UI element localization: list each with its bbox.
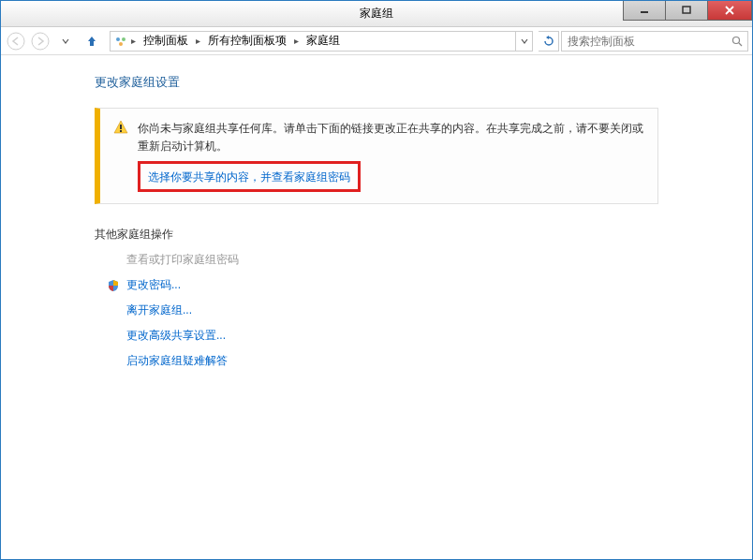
search-icon[interactable]	[727, 36, 747, 47]
up-icon	[85, 35, 98, 48]
svg-rect-0	[641, 11, 648, 13]
svg-point-2	[7, 33, 24, 50]
search-input[interactable]	[562, 35, 727, 48]
action-list: 查看或打印家庭组密码 更改密码... 离开家庭组... 更改高级共享设置... …	[95, 252, 658, 369]
svg-rect-1	[683, 7, 690, 13]
svg-point-6	[119, 42, 123, 46]
window: 家庭组 ▸	[0, 0, 753, 560]
breadcrumb[interactable]: ▸ 控制面板 ▸ 所有控制面板项 ▸ 家庭组	[110, 31, 533, 52]
maximize-button[interactable]	[665, 1, 708, 21]
maximize-icon	[682, 6, 691, 15]
homegroup-icon	[112, 35, 129, 48]
back-button[interactable]	[5, 30, 27, 52]
warning-icon	[113, 120, 128, 192]
history-dropdown[interactable]	[53, 29, 78, 53]
action-advanced-sharing[interactable]: 更改高级共享设置...	[106, 328, 658, 344]
svg-rect-10	[120, 130, 122, 132]
highlight-box: 选择你要共享的内容，并查看家庭组密码	[138, 161, 361, 192]
svg-rect-9	[120, 125, 122, 129]
share-content-link[interactable]: 选择你要共享的内容，并查看家庭组密码	[148, 170, 350, 184]
navbar: ▸ 控制面板 ▸ 所有控制面板项 ▸ 家庭组	[1, 27, 752, 55]
forward-icon	[31, 32, 50, 51]
action-troubleshoot[interactable]: 启动家庭组疑难解答	[106, 353, 658, 369]
minimize-button[interactable]	[623, 1, 666, 21]
breadcrumb-item-1[interactable]: 所有控制面板项	[202, 32, 292, 51]
svg-point-4	[116, 37, 120, 41]
refresh-button[interactable]	[539, 31, 559, 52]
content-area: 更改家庭组设置 你尚未与家庭组共享任何库。请单击下面的链接更改正在共享的内容。在…	[1, 55, 752, 559]
chevron-down-icon	[62, 37, 69, 45]
notice-box: 你尚未与家庭组共享任何库。请单击下面的链接更改正在共享的内容。在共享完成之前，请…	[95, 108, 658, 204]
minimize-icon	[640, 6, 649, 15]
action-change-password[interactable]: 更改密码...	[106, 277, 658, 293]
other-actions-title: 其他家庭组操作	[95, 227, 658, 243]
page-title: 更改家庭组设置	[95, 74, 658, 91]
action-label: 启动家庭组疑难解答	[126, 353, 228, 369]
action-label: 离开家庭组...	[126, 302, 192, 318]
caption-buttons	[624, 1, 752, 21]
action-leave-homegroup[interactable]: 离开家庭组...	[106, 302, 658, 318]
svg-point-5	[122, 37, 126, 41]
breadcrumb-sep: ▸	[292, 36, 301, 46]
titlebar: 家庭组	[1, 1, 752, 27]
svg-point-3	[32, 33, 49, 50]
svg-line-8	[739, 43, 742, 46]
close-icon	[725, 6, 734, 15]
action-label: 更改高级共享设置...	[126, 328, 226, 344]
back-icon	[7, 32, 25, 51]
breadcrumb-item-0[interactable]: 控制面板	[138, 32, 194, 51]
action-label: 查看或打印家庭组密码	[126, 252, 239, 268]
up-button[interactable]	[80, 29, 104, 53]
chevron-down-icon	[521, 37, 528, 45]
search-box[interactable]	[561, 31, 748, 52]
forward-button[interactable]	[29, 30, 52, 52]
shield-icon	[106, 278, 121, 293]
breadcrumb-item-2[interactable]: 家庭组	[301, 32, 346, 51]
close-button[interactable]	[707, 1, 752, 21]
breadcrumb-sep: ▸	[194, 36, 202, 46]
svg-point-7	[733, 37, 740, 43]
refresh-icon	[543, 36, 554, 47]
action-label: 更改密码...	[126, 277, 181, 293]
breadcrumb-sep: ▸	[129, 36, 138, 46]
breadcrumb-dropdown[interactable]	[515, 32, 532, 51]
action-view-password: 查看或打印家庭组密码	[106, 252, 658, 268]
notice-text: 你尚未与家庭组共享任何库。请单击下面的链接更改正在共享的内容。在共享完成之前，请…	[138, 120, 644, 155]
